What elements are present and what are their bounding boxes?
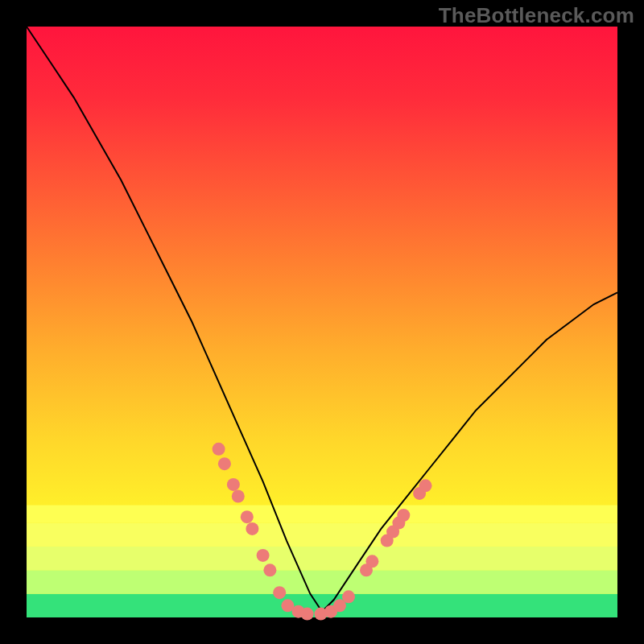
highlight-band [27, 506, 617, 523]
curve-marker [241, 510, 254, 523]
curve-marker [218, 457, 231, 470]
curve-marker [227, 478, 240, 491]
highlight-band [27, 547, 617, 570]
curve-marker [232, 490, 245, 503]
curve-marker [301, 608, 314, 621]
bottleneck-chart [0, 0, 644, 644]
highlight-band [27, 523, 617, 547]
curve-marker [263, 564, 276, 576]
curve-marker [273, 586, 286, 599]
chart-stage: TheBottleneck.com [0, 0, 644, 644]
curve-marker [365, 555, 378, 568]
highlight-band [27, 570, 617, 593]
curve-marker [342, 590, 355, 603]
curve-marker [419, 479, 432, 492]
curve-marker [213, 443, 225, 456]
curve-marker [257, 549, 270, 562]
curve-marker [246, 522, 258, 535]
highlight-bands [27, 506, 617, 617]
curve-marker [397, 509, 410, 522]
